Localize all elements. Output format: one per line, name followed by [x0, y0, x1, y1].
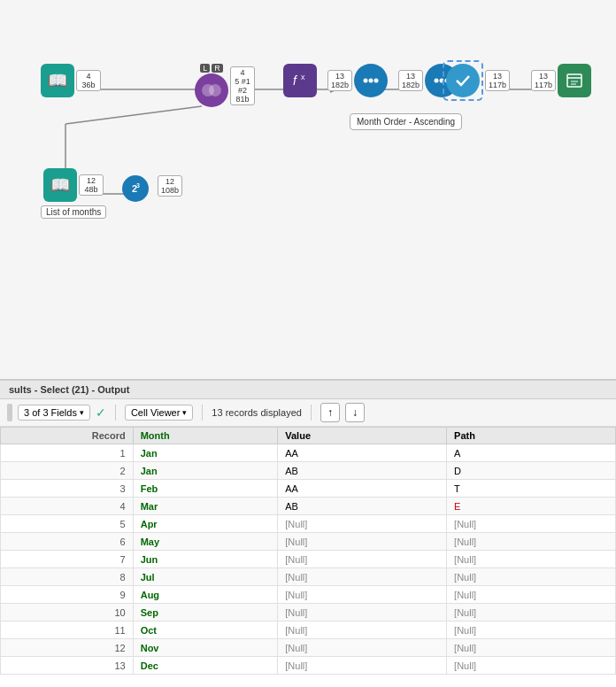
records-displayed-label: 13 records displayed [212, 407, 302, 418]
cell-record: 4 [1, 498, 134, 515]
cell-path: T [447, 480, 616, 498]
cell-record: 13 [1, 657, 134, 675]
cell-month: Nov [133, 639, 278, 657]
col-header-month[interactable]: Month [133, 428, 278, 444]
results-panel: sults - Select (21) - Output 3 of 3 Fiel… [0, 381, 616, 687]
svg-text:x: x [301, 73, 305, 81]
cell-month: Sep [133, 604, 278, 621]
cell-path: [Null] [447, 621, 616, 639]
join1-badge: 4 5 #1 #2 81b [230, 66, 255, 105]
select1-icon [446, 64, 480, 97]
svg-rect-21 [567, 74, 581, 87]
cell-value: [Null] [278, 657, 447, 675]
cell-value: [Null] [278, 639, 447, 657]
cell-value: AB [278, 498, 447, 515]
formula1-icon: f x [283, 64, 317, 97]
fields-dropdown-button[interactable]: 3 of 3 Fields ▾ [18, 405, 90, 421]
panel-title-bar: sults - Select (21) - Output [0, 381, 616, 399]
list-of-months-label: List of months [41, 205, 106, 219]
svg-point-12 [209, 84, 221, 96]
cell-record: 7 [1, 551, 134, 568]
info1-node[interactable]: 2 3 [122, 175, 149, 202]
cell-path: A [447, 444, 616, 462]
workflow-canvas: 📖 4 36b L R 4 [0, 0, 616, 381]
sort-asc-button[interactable]: ↑ [320, 403, 340, 422]
col-header-path[interactable]: Path [447, 428, 616, 444]
book2-node[interactable]: 📖 12 48b List of months [41, 168, 106, 219]
svg-point-16 [369, 79, 373, 83]
sort1-node[interactable]: 13 182b [327, 64, 388, 97]
table-row: 5Apr[Null][Null] [1, 515, 616, 533]
cell-path: [Null] [447, 551, 616, 568]
cell-value: [Null] [278, 621, 447, 639]
cell-path: [Null] [447, 586, 616, 604]
toolbar-sep-3 [311, 405, 312, 421]
table-row: 1JanAAA [1, 444, 616, 462]
results-table-container[interactable]: Record Month Value Path 1JanAAA2JanABD3F… [0, 427, 616, 687]
svg-point-18 [435, 79, 439, 83]
cell-viewer-button[interactable]: Cell Viewer ▾ [125, 405, 193, 421]
book2-badge: 12 48b [79, 174, 104, 196]
checkmark-icon: ✓ [96, 405, 106, 420]
select1-badge: 13 117b [485, 70, 510, 91]
select1-border [443, 60, 483, 101]
join1-node[interactable]: L R 4 5 #1 #2 81b [195, 64, 255, 107]
results-table: Record Month Value Path 1JanAAA2JanABD3F… [0, 427, 616, 675]
table-row: 2JanABD [1, 462, 616, 480]
cell-record: 8 [1, 568, 134, 586]
sort2-badge-left: 13 182b [398, 70, 423, 91]
cell-path: E [447, 498, 616, 515]
fields-dropdown-arrow: ▾ [80, 408, 84, 417]
sort-desc-button[interactable]: ↓ [345, 403, 365, 422]
cell-month: Feb [133, 480, 278, 498]
table-row: 6May[Null][Null] [1, 533, 616, 551]
cell-record: 9 [1, 586, 134, 604]
cell-record: 10 [1, 604, 134, 621]
cell-path: [Null] [447, 568, 616, 586]
cell-record: 2 [1, 462, 134, 480]
table-row: 3FebAAT [1, 480, 616, 498]
table-row: 9Aug[Null][Null] [1, 586, 616, 604]
table-row: 7Jun[Null][Null] [1, 551, 616, 568]
cell-value: AB [278, 462, 447, 480]
cell-value: [Null] [278, 533, 447, 551]
select1-node[interactable]: 13 117b [443, 60, 510, 101]
svg-text:f: f [293, 73, 298, 88]
cell-value: [Null] [278, 551, 447, 568]
cell-month: Aug [133, 586, 278, 604]
book1-node[interactable]: 📖 4 36b [41, 64, 101, 97]
cell-viewer-arrow: ▾ [182, 408, 187, 417]
panel-title: sults - Select (21) - Output [9, 384, 129, 395]
panel-resize-handle[interactable] [7, 404, 12, 421]
cell-value: [Null] [278, 515, 447, 533]
toolbar-sep-1 [115, 405, 116, 421]
cell-value: AA [278, 480, 447, 498]
toolbar-sep-2 [202, 405, 203, 421]
book2-icon: 📖 [43, 168, 77, 202]
formula1-node[interactable]: f x [283, 64, 317, 97]
cell-value: [Null] [278, 604, 447, 621]
cell-month: Jan [133, 444, 278, 462]
cell-month: Apr [133, 515, 278, 533]
sort1-badge-left: 13 182b [327, 70, 352, 91]
cell-record: 3 [1, 480, 134, 498]
browse1-node[interactable]: 13 117b [531, 64, 591, 97]
cell-path: [Null] [447, 604, 616, 621]
table-row: 10Sep[Null][Null] [1, 604, 616, 621]
cell-month: Oct [133, 621, 278, 639]
table-row: 11Oct[Null][Null] [1, 621, 616, 639]
cell-month: Jan [133, 462, 278, 480]
cell-month: Jun [133, 551, 278, 568]
svg-point-17 [374, 79, 379, 83]
col-header-value[interactable]: Value [278, 428, 447, 444]
cell-record: 12 [1, 639, 134, 657]
cell-record: 5 [1, 515, 134, 533]
cell-path: [Null] [447, 515, 616, 533]
badge-12-108b: 12 108b [158, 175, 182, 197]
cell-month: Jul [133, 568, 278, 586]
col-header-record[interactable]: Record [1, 428, 134, 444]
cell-month: Dec [133, 657, 278, 675]
table-row: 8Jul[Null][Null] [1, 568, 616, 586]
svg-point-15 [364, 79, 368, 83]
book1-badge: 4 36b [76, 70, 101, 91]
